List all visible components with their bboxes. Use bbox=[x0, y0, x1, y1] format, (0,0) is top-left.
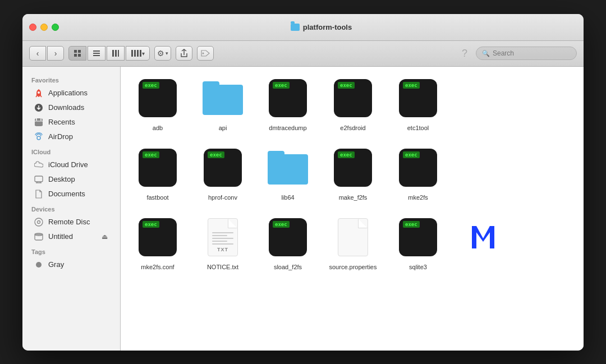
file-item-mke2fs-conf[interactable]: exec mke2fs.conf bbox=[130, 215, 186, 271]
exec-icon-sload: exec bbox=[269, 218, 307, 256]
svg-rect-3 bbox=[78, 54, 81, 57]
file-icon-wrap-dmtracedump: exec bbox=[265, 76, 310, 121]
disc-icon bbox=[34, 217, 44, 227]
file-item-dmtracedump[interactable]: exec dmtracedump bbox=[260, 76, 316, 132]
icon-view-button[interactable] bbox=[68, 46, 86, 61]
file-name-sload: sload_f2fs bbox=[274, 263, 302, 271]
exec-icon-mke2fs: exec bbox=[399, 149, 437, 187]
file-icon-wrap-nyt bbox=[461, 215, 506, 260]
svg-point-28 bbox=[38, 220, 40, 223]
file-icon-wrap-source bbox=[330, 215, 375, 260]
sidebar-item-untitled[interactable]: Untitled ⏏ bbox=[25, 229, 118, 244]
svg-point-15 bbox=[38, 91, 40, 94]
sidebar-item-applications-label: Applications bbox=[48, 89, 88, 97]
gallery-view-button[interactable]: ▾ bbox=[126, 46, 150, 61]
gallery-icon bbox=[131, 49, 142, 57]
svg-rect-5 bbox=[93, 53, 100, 54]
file-item-sload-f2fs[interactable]: exec sload_f2fs bbox=[260, 215, 316, 271]
file-icon-wrap-adb: exec bbox=[135, 76, 180, 121]
share-button[interactable] bbox=[176, 46, 192, 61]
svg-point-22 bbox=[37, 136, 40, 140]
file-item-lib64[interactable]: lib64 bbox=[260, 145, 316, 201]
sidebar-item-applications[interactable]: Applications bbox=[25, 86, 118, 100]
titlebar: platform-tools bbox=[22, 14, 584, 41]
eject-button[interactable]: ⏏ bbox=[100, 232, 109, 241]
folder-body-api bbox=[203, 85, 243, 115]
svg-rect-4 bbox=[93, 50, 100, 52]
help-button[interactable]: ? bbox=[458, 47, 471, 60]
file-item-make-f2fs[interactable]: exec make_f2fs bbox=[325, 145, 381, 201]
sidebar-item-airdrop[interactable]: AirDrop bbox=[25, 130, 118, 144]
forward-button[interactable]: › bbox=[47, 46, 64, 61]
file-row-2: exec fastboot exec hprof-conv bbox=[130, 145, 575, 201]
sidebar-item-icloud-drive[interactable]: iCloud Drive bbox=[25, 158, 118, 172]
file-icon-wrap-make-f2fs: exec bbox=[330, 145, 375, 190]
svg-rect-12 bbox=[137, 50, 139, 57]
svg-rect-2 bbox=[74, 54, 77, 57]
exec-badge-e2fsdroid: exec bbox=[338, 82, 355, 89]
file-name-etc1tool: etc1tool bbox=[407, 124, 429, 132]
column-view-button[interactable] bbox=[107, 46, 125, 61]
file-item-hprof-conv[interactable]: exec hprof-conv bbox=[195, 145, 251, 201]
folder-icon-lib64 bbox=[268, 151, 308, 185]
sidebar-item-recents[interactable]: Recents bbox=[25, 115, 118, 130]
txt-line-4 bbox=[212, 241, 227, 242]
sidebar-item-documents[interactable]: Documents bbox=[25, 187, 118, 201]
sidebar-item-remote-disc[interactable]: Remote Disc bbox=[25, 215, 118, 229]
close-button[interactable] bbox=[29, 24, 36, 31]
sidebar-item-gray[interactable]: Gray bbox=[25, 257, 118, 272]
file-item-notice-txt[interactable]: TXT NOTICE.txt bbox=[195, 215, 251, 271]
file-name-mke2fs-conf: mke2fs.conf bbox=[141, 263, 174, 271]
file-name-hprof: hprof-conv bbox=[208, 193, 237, 201]
tag-button[interactable] bbox=[197, 46, 214, 61]
back-button[interactable]: ‹ bbox=[29, 46, 46, 61]
list-icon bbox=[93, 49, 100, 57]
file-name-api: api bbox=[219, 124, 227, 132]
file-item-source-properties[interactable]: source.properties bbox=[325, 215, 381, 271]
action-button[interactable]: ⚙ ▾ bbox=[154, 46, 171, 61]
sidebar-item-recents-label: Recents bbox=[48, 118, 75, 126]
folder-icon-api bbox=[203, 81, 243, 115]
file-item-etc1tool[interactable]: exec etc1tool bbox=[390, 76, 446, 132]
chevron-right-icon: › bbox=[54, 49, 57, 58]
file-item-sqlite3[interactable]: exec sqlite3 bbox=[390, 215, 446, 271]
list-view-button[interactable] bbox=[88, 46, 105, 61]
svg-point-27 bbox=[35, 218, 43, 226]
file-item-mke2fs[interactable]: exec mke2fs bbox=[390, 145, 446, 201]
nyt-app-icon bbox=[464, 218, 502, 256]
sidebar-item-downloads[interactable]: Downloads bbox=[25, 100, 118, 115]
minimize-button[interactable] bbox=[40, 24, 48, 31]
title-folder-icon bbox=[291, 24, 300, 31]
exec-badge-fastboot: exec bbox=[143, 151, 159, 158]
svg-rect-1 bbox=[78, 50, 81, 53]
rocket-icon bbox=[34, 88, 44, 98]
search-input[interactable] bbox=[493, 49, 577, 57]
exec-badge-sload: exec bbox=[273, 221, 290, 228]
file-item-api[interactable]: api bbox=[195, 76, 251, 132]
window-title: platform-tools bbox=[66, 23, 577, 31]
sidebar-item-icloud-label: iCloud Drive bbox=[48, 160, 88, 169]
disk-icon bbox=[34, 232, 44, 242]
maximize-button[interactable] bbox=[52, 24, 59, 31]
exec-icon-dmtracedump: exec bbox=[269, 79, 307, 117]
file-item-adb[interactable]: exec adb bbox=[130, 76, 186, 132]
exec-badge-dmtracedump: exec bbox=[273, 82, 290, 89]
devices-label: Devices bbox=[22, 201, 120, 215]
svg-rect-0 bbox=[74, 50, 77, 53]
view-buttons: ▾ bbox=[68, 46, 150, 61]
file-item-fastboot[interactable]: exec fastboot bbox=[130, 145, 186, 201]
file-item-e2fsdroid[interactable]: exec e2fsdroid bbox=[325, 76, 381, 132]
untitled-item-row: Untitled ⏏ bbox=[48, 232, 109, 241]
search-box[interactable]: 🔍 bbox=[476, 47, 577, 60]
file-name-dmtracedump: dmtracedump bbox=[269, 124, 306, 132]
txt-line-5 bbox=[212, 243, 233, 245]
file-name-sqlite3: sqlite3 bbox=[409, 263, 427, 271]
file-name-adb: adb bbox=[153, 124, 163, 132]
sidebar-item-desktop[interactable]: Desktop bbox=[25, 172, 118, 187]
file-item-nyt[interactable] bbox=[455, 215, 511, 271]
file-name-lib64: lib64 bbox=[281, 193, 294, 201]
exec-icon-make-f2fs: exec bbox=[334, 149, 372, 187]
file-name-fastboot: fastboot bbox=[146, 193, 168, 201]
gray-tag-icon bbox=[34, 260, 44, 270]
dropdown-arrow-icon: ▾ bbox=[142, 50, 145, 57]
